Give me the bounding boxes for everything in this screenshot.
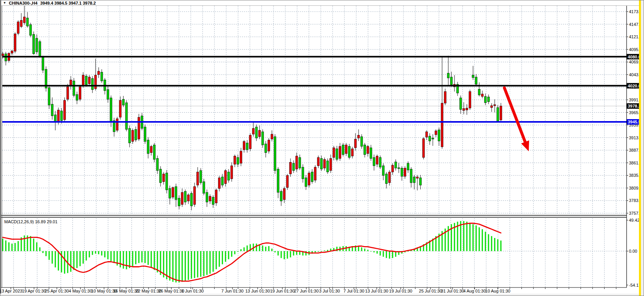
symbol-dropdown-icon[interactable]: ▼ bbox=[3, 1, 6, 5]
candle bbox=[466, 104, 468, 115]
candle bbox=[101, 69, 103, 83]
macd-bar bbox=[129, 251, 130, 268]
candle bbox=[125, 100, 128, 131]
macd-bar bbox=[494, 238, 495, 251]
candle bbox=[178, 195, 180, 209]
candle bbox=[469, 90, 471, 110]
macd-bar bbox=[287, 251, 288, 258]
candle bbox=[218, 176, 220, 192]
macd-bar bbox=[210, 251, 211, 274]
candle bbox=[39, 40, 41, 58]
macd-bar bbox=[247, 245, 248, 251]
macd-bar bbox=[49, 251, 50, 260]
macd-bar bbox=[265, 247, 266, 251]
macd-bar bbox=[377, 251, 378, 253]
candle bbox=[187, 193, 190, 204]
candle bbox=[330, 154, 332, 173]
candle bbox=[156, 156, 159, 174]
chart-canvas[interactable]: 4173.04147.04121.04095.04069.04043.04017… bbox=[0, 0, 644, 296]
macd-bar bbox=[228, 251, 229, 259]
macd-bar bbox=[207, 251, 208, 275]
candle bbox=[360, 134, 363, 149]
macd-bar bbox=[293, 251, 294, 255]
candle bbox=[116, 117, 118, 132]
macd-bar bbox=[364, 249, 366, 251]
macd-bar bbox=[315, 251, 316, 252]
candle bbox=[345, 143, 347, 156]
candle bbox=[410, 167, 412, 188]
grid bbox=[2, 6, 627, 287]
candle bbox=[169, 186, 171, 205]
macd-bar bbox=[231, 251, 232, 257]
candle bbox=[255, 125, 258, 141]
macd-bar bbox=[148, 251, 149, 265]
macd-bar bbox=[2, 239, 3, 251]
candle bbox=[444, 89, 446, 105]
macd-bar bbox=[169, 251, 171, 281]
macd-bar bbox=[479, 227, 480, 251]
candle bbox=[472, 66, 474, 80]
trend-arrow[interactable] bbox=[504, 88, 529, 151]
candle bbox=[135, 127, 137, 142]
macd-bar bbox=[358, 246, 359, 251]
macd-bar bbox=[213, 251, 214, 272]
time-axis-label: 19 Jul 01:30 bbox=[389, 289, 412, 293]
candle bbox=[407, 161, 409, 173]
candle bbox=[376, 154, 378, 167]
macd-bar bbox=[244, 247, 245, 251]
macd-bar bbox=[324, 250, 325, 251]
candle bbox=[382, 163, 384, 180]
time-axis-label: 19 Apr 01:30 bbox=[22, 289, 46, 293]
macd-bar bbox=[241, 249, 242, 251]
candle bbox=[113, 118, 115, 137]
candle bbox=[200, 168, 202, 185]
macd-bar bbox=[70, 251, 72, 272]
symbol-period-label: CHINA300-,H4 bbox=[9, 1, 38, 5]
candle bbox=[401, 166, 403, 181]
time-axis-label: 1 Jun 01:30 bbox=[181, 289, 204, 293]
candle bbox=[20, 13, 22, 28]
candle bbox=[73, 78, 75, 98]
macd-bar bbox=[145, 251, 146, 263]
candle bbox=[249, 133, 251, 151]
macd-bar bbox=[12, 244, 13, 251]
chart-header: ▼ CHINA300-,H4 3949.4 3984.5 3947.1 3978… bbox=[3, 1, 96, 5]
macd-bar bbox=[86, 251, 87, 260]
candle bbox=[14, 33, 16, 53]
candle bbox=[128, 125, 131, 147]
candle bbox=[348, 144, 350, 159]
macd-bar bbox=[389, 251, 390, 258]
arrow-head-icon bbox=[521, 140, 529, 151]
macd-bar bbox=[154, 251, 155, 270]
candle bbox=[221, 174, 224, 188]
macd-bar bbox=[327, 250, 328, 251]
candle bbox=[138, 114, 140, 141]
macd-bar bbox=[268, 246, 270, 251]
macd-bar bbox=[46, 251, 47, 256]
candle bbox=[172, 186, 174, 199]
macd-bar bbox=[482, 229, 483, 251]
candle bbox=[51, 98, 53, 120]
candle bbox=[336, 146, 338, 161]
candles bbox=[2, 6, 502, 210]
macd-bar bbox=[281, 251, 282, 258]
macd-bar bbox=[275, 251, 276, 252]
candle bbox=[193, 183, 196, 207]
macd-bar bbox=[361, 247, 362, 251]
macd-bar bbox=[24, 236, 25, 251]
macd-scale-label: 49.42 bbox=[629, 218, 640, 222]
macd-bar bbox=[197, 251, 198, 277]
macd-bar bbox=[108, 251, 109, 259]
macd-panel bbox=[2, 221, 627, 282]
candle bbox=[438, 127, 440, 146]
macd-bar bbox=[111, 251, 112, 261]
candle bbox=[500, 103, 502, 121]
macd-bar bbox=[182, 251, 183, 282]
candle bbox=[54, 111, 56, 130]
candle bbox=[85, 74, 87, 87]
horizontal-lines[interactable] bbox=[2, 56, 627, 121]
macd-bar bbox=[222, 251, 223, 264]
macd-bar bbox=[33, 239, 34, 251]
candle bbox=[5, 52, 7, 65]
candle bbox=[258, 125, 261, 139]
